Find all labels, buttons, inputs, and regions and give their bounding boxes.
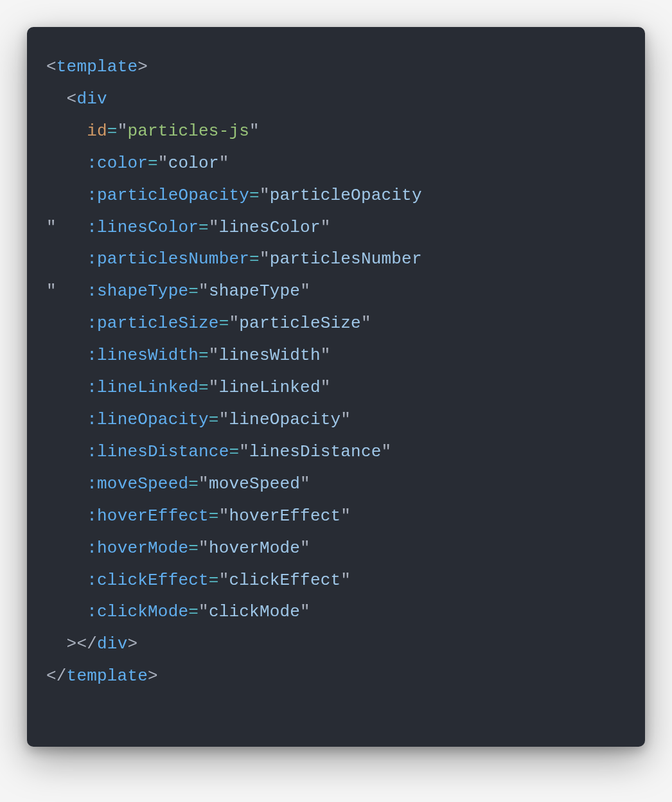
val-clickEffect: clickEffect [229,571,340,590]
code-editor-window: <template> <div id="particles-js" :color… [27,27,645,747]
val-particlesNumber: particlesNumber [270,249,422,269]
attr-moveSpeed: :moveSpeed [87,474,188,494]
attr-clickEffect: :clickEffect [87,571,209,590]
attr-linesColor: :linesColor [87,218,199,237]
val-particleOpacity: particleOpacity [270,186,422,205]
tag-template-open: template [57,57,137,76]
val-hoverMode: hoverMode [209,539,300,558]
val-id: particles-js [127,121,249,141]
attr-linesWidth: :linesWidth [87,346,199,365]
val-linesDistance: linesDistance [249,442,381,461]
val-linesColor: linesColor [219,218,321,237]
attr-particleOpacity: :particleOpacity [87,186,249,205]
attr-lineOpacity: :lineOpacity [87,410,209,429]
attr-id: id [87,121,107,141]
val-shapeType: shapeType [209,281,300,301]
attr-clickMode: :clickMode [87,602,188,621]
attr-shapeType: :shapeType [87,281,188,301]
val-moveSpeed: moveSpeed [209,474,300,494]
attr-particlesNumber: :particlesNumber [87,249,249,269]
val-linesWidth: linesWidth [219,346,321,365]
val-clickMode: clickMode [209,602,300,621]
attr-color: :color [87,154,148,173]
attr-particleSize: :particleSize [87,314,218,333]
tag-div-close: div [97,634,127,654]
val-lineOpacity: lineOpacity [229,410,340,429]
tag-div-open: div [76,89,107,109]
val-lineLinked: lineLinked [219,378,321,397]
val-hoverEffect: hoverEffect [229,506,340,526]
attr-lineLinked: :lineLinked [87,378,199,397]
code-block[interactable]: <template> <div id="particles-js" :color… [46,51,626,693]
attr-hoverEffect: :hoverEffect [87,506,209,526]
val-particleSize: particleSize [239,314,361,333]
tag-template-close: template [67,666,148,686]
val-color: color [168,154,219,173]
attr-hoverMode: :hoverMode [87,539,188,558]
attr-linesDistance: :linesDistance [87,442,229,461]
